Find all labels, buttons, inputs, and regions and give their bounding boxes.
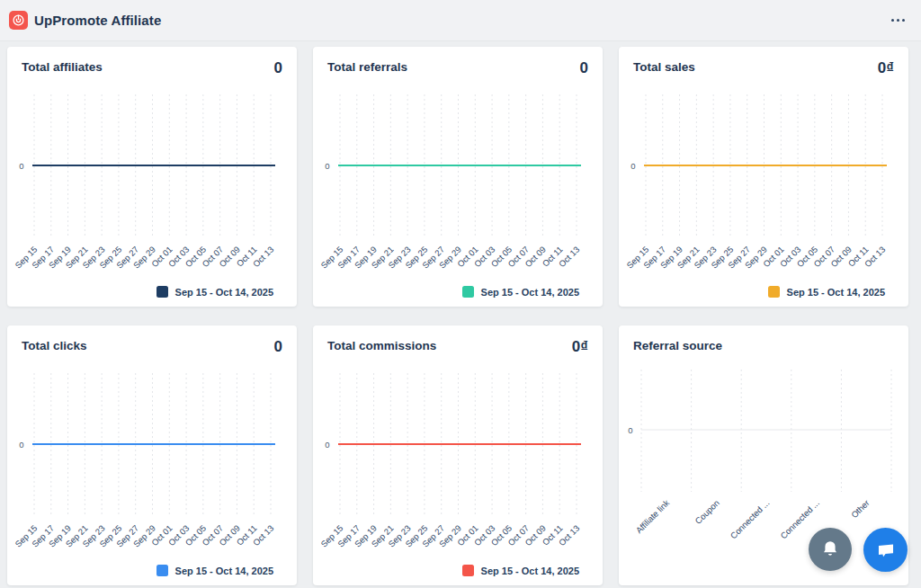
chat-bubble-icon [874,539,898,562]
chart-legend: Sep 15 - Oct 14, 2025 [462,565,579,576]
legend-swatch [156,565,168,576]
uppromote-logo-icon [9,11,28,30]
legend-label: Sep 15 - Oct 14, 2025 [481,566,579,576]
notifications-bell-button[interactable] [809,528,852,571]
svg-text:Other: Other [849,498,872,521]
chart-legend: Sep 15 - Oct 14, 2025 [462,286,579,298]
card-title: Total commissions [327,339,436,352]
legend-swatch [462,286,474,298]
card-total-clicks: Total clicks 0 0Sep 15Sep 17Sep 19Sep 21… [7,325,297,585]
card-total-referrals: Total referrals 0 0Sep 15Sep 17Sep 19Sep… [313,47,603,307]
card-total-commissions: Total commissions 0₫ 0Sep 15Sep 17Sep 19… [313,325,603,585]
chart-legend: Sep 15 - Oct 14, 2025 [156,286,273,298]
svg-text:0: 0 [325,161,329,171]
chart-legend: Sep 15 - Oct 14, 2025 [156,565,273,576]
card-value: 0 [274,60,282,76]
legend-swatch [156,286,168,298]
ellipsis-menu-icon[interactable] [890,13,907,27]
card-value: 0₫ [878,60,894,76]
card-value: 0₫ [572,339,588,354]
line-chart-total-affiliates: 0Sep 15Sep 17Sep 19Sep 21Sep 23Sep 25Sep… [7,83,297,284]
card-value: 0 [274,339,282,354]
card-value: 0 [580,60,588,76]
app-header: UpPromote Affiliate [0,0,921,41]
chat-messenger-button[interactable] [863,528,908,572]
svg-text:Coupon: Coupon [693,498,721,526]
card-total-affiliates: Total affiliates 0 0Sep 15Sep 17Sep 19Se… [7,47,297,307]
line-chart-total-referrals: 0Sep 15Sep 17Sep 19Sep 21Sep 23Sep 25Sep… [313,83,603,284]
chart-legend: Sep 15 - Oct 14, 2025 [768,286,885,298]
svg-text:Affiliate link: Affiliate link [634,497,672,535]
card-total-sales: Total sales 0₫ 0Sep 15Sep 17Sep 19Sep 21… [619,47,908,307]
legend-swatch [768,286,780,298]
svg-text:0: 0 [628,425,632,435]
card-title: Total referrals [327,60,407,74]
svg-text:0: 0 [325,440,329,450]
card-title: Total sales [633,60,695,74]
legend-label: Sep 15 - Oct 14, 2025 [175,566,273,576]
card-title: Total clicks [22,339,87,352]
line-chart-total-clicks: 0Sep 15Sep 17Sep 19Sep 21Sep 23Sep 25Sep… [7,361,297,563]
line-chart-total-commissions: 0Sep 15Sep 17Sep 19Sep 21Sep 23Sep 25Sep… [313,361,603,563]
page-title: UpPromote Affiliate [34,13,161,28]
svg-text:0: 0 [19,161,23,171]
legend-label: Sep 15 - Oct 14, 2025 [481,287,579,298]
legend-label: Sep 15 - Oct 14, 2025 [175,287,273,298]
bell-icon [819,539,841,560]
bar-chart-referral-source: 0Affiliate linkCouponConnected ...Connec… [619,361,908,563]
dashboard-grid: Total affiliates 0 0Sep 15Sep 17Sep 19Se… [0,41,921,585]
legend-label: Sep 15 - Oct 14, 2025 [787,287,885,298]
svg-text:0: 0 [19,440,23,450]
line-chart-total-sales: 0Sep 15Sep 17Sep 19Sep 21Sep 23Sep 25Sep… [619,83,908,284]
svg-text:0: 0 [630,161,635,171]
svg-text:Connected ...: Connected ... [729,498,772,541]
legend-swatch [462,565,474,576]
card-title: Total affiliates [22,60,103,74]
card-title: Referral source [633,339,722,352]
